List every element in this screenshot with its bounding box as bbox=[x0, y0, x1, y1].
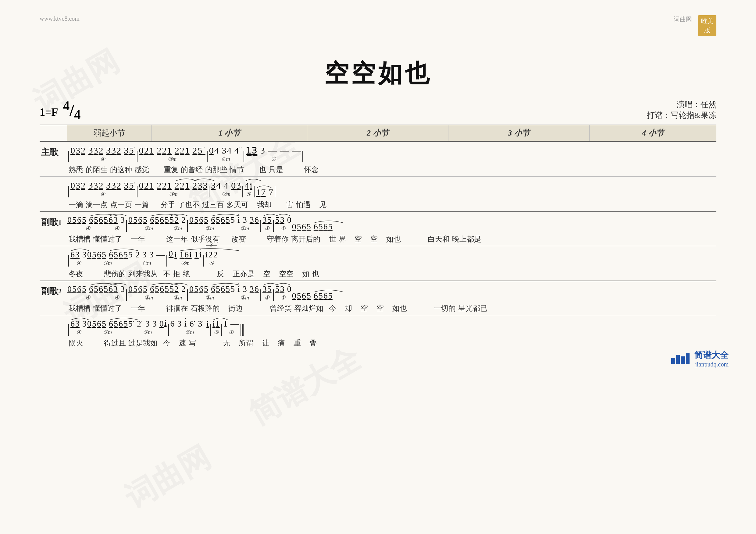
sg: 6 5 6 5 bbox=[109, 250, 128, 260]
n: 6 bbox=[211, 285, 215, 294]
rest-m4a: — bbox=[268, 145, 277, 155]
header-band: 弱起小节 1 小节 2 小节 3 小节 4 小节 bbox=[40, 125, 716, 141]
chorus2-row1-notes-cell: 0 5 6 5 6 5 6 bbox=[67, 281, 716, 302]
lbl-empty2 bbox=[40, 177, 67, 198]
n: 2 bbox=[157, 180, 161, 191]
n: 6 bbox=[314, 291, 318, 301]
lyric: 徘徊在 bbox=[166, 303, 188, 313]
hdr-m2: 2 小节 bbox=[307, 125, 448, 141]
n: 5 bbox=[194, 216, 199, 225]
n: 5 bbox=[307, 222, 311, 232]
n: 6 bbox=[89, 285, 93, 294]
lyric: 今 bbox=[329, 303, 336, 313]
cn: ⑤ bbox=[209, 260, 214, 267]
lyric: 多天可 bbox=[227, 200, 249, 210]
main-verse-row1-notes: 主歌 0 3 2 3 3 bbox=[40, 141, 716, 163]
sg: 6 5 6 5 bbox=[89, 285, 108, 294]
lbl-empty3 bbox=[40, 198, 67, 212]
logo-text-url: jianpudq.com bbox=[694, 361, 729, 368]
ng-c1r2c: 5 2 3 3 — ③m bbox=[128, 250, 165, 267]
n: 3 bbox=[106, 180, 111, 191]
chorus2-row1-lyrics: 我槽槽 懂懂过了 一年 徘徊在 石板路的 街边 曾经笑 容灿烂如 今 却 空 空… bbox=[40, 302, 716, 315]
n: 2 bbox=[99, 180, 103, 191]
ng-c2r1i: 0 5 6 5 6 5 6 bbox=[292, 291, 333, 301]
ng-c2r1b: 6 3 3 ④ bbox=[108, 284, 125, 301]
lyric: 绝 bbox=[183, 269, 190, 279]
lyric: 也 bbox=[312, 269, 319, 279]
performer: 演唱：任然 bbox=[647, 99, 716, 110]
lyrics-c1r2: 冬夜 悲伤的 到来我从 不 拒 绝 反 正亦是 空 空空 如 也 bbox=[67, 267, 716, 281]
note-group-m1: 0 3 2 3 3 2 3 3 2 bbox=[70, 145, 136, 162]
lyric: 星光都已 bbox=[458, 303, 487, 313]
n: 5 bbox=[204, 216, 208, 225]
note-2m2a: 2 bbox=[144, 145, 149, 155]
barline-6 bbox=[68, 186, 69, 197]
bl bbox=[68, 324, 69, 336]
lbl-empty6 bbox=[40, 267, 67, 281]
note-2m2d: 2 bbox=[175, 145, 179, 155]
n: 2 bbox=[213, 250, 217, 260]
n: 5 bbox=[230, 216, 235, 225]
lyric: 曾经笑 bbox=[270, 303, 292, 313]
key-time-sig: 1=F 4/4 bbox=[40, 99, 80, 121]
n: 0 bbox=[159, 319, 164, 329]
notes-m4: 1̲3̲ 3 — — — bbox=[245, 145, 301, 155]
bl bbox=[137, 186, 138, 197]
final-barline bbox=[240, 324, 244, 336]
n: 3 bbox=[142, 250, 147, 260]
lyric: 似乎没有 bbox=[191, 234, 220, 244]
cn: ④ bbox=[114, 225, 119, 232]
n: 6 bbox=[109, 285, 113, 294]
n: 3 bbox=[280, 216, 284, 225]
note-3a: 3 bbox=[76, 145, 80, 155]
main-title: 空空如也 bbox=[40, 57, 716, 90]
ng-r2m4b: 1 7 7 bbox=[256, 187, 274, 197]
cn: ④ bbox=[85, 225, 90, 232]
cn: ③m bbox=[169, 191, 178, 197]
note-4m3c: 4· bbox=[234, 145, 242, 155]
bar1 bbox=[671, 358, 675, 364]
sg: 6 3 bbox=[70, 250, 80, 260]
n: 5 bbox=[170, 285, 174, 294]
page-inner: www.ktvc8.com 词曲网 唯美 版 空空如也 1=F 4/4 bbox=[18, 6, 738, 374]
n: 5 bbox=[123, 250, 128, 260]
lyric: 重 bbox=[294, 338, 301, 348]
hdr-m4: 4 小节 bbox=[590, 125, 716, 141]
lyric: 得过且 bbox=[104, 338, 126, 348]
top-brand: www.ktvc8.com 词曲网 唯美 版 bbox=[40, 12, 716, 39]
n: 5 bbox=[155, 216, 159, 225]
slur-group-r2m2b: 2 3 3 bbox=[192, 180, 207, 191]
bl bbox=[187, 220, 188, 232]
bottom-logo-text: 简谱大全 jianpudq.com bbox=[694, 349, 729, 368]
n: 6 bbox=[199, 285, 203, 294]
n: 5· bbox=[129, 180, 135, 191]
ng-c2r2c: 5· 2· 3 3 0 i ③m bbox=[128, 318, 167, 336]
rest-m4c: — bbox=[292, 145, 301, 155]
n: 5 bbox=[328, 291, 333, 301]
n: 6 bbox=[70, 319, 75, 329]
score: 主歌 0 3 2 3 3 bbox=[40, 141, 716, 350]
chorus1-row2-notes: 6 3 3 ④ 0 5 6 bbox=[40, 246, 716, 267]
note-2a: 2 bbox=[81, 145, 85, 155]
bl bbox=[187, 290, 188, 301]
sg5: 6 5 6 5 bbox=[211, 216, 230, 225]
bl bbox=[260, 220, 261, 232]
ng-r2m4a: 4 i· ⑤ bbox=[244, 180, 253, 197]
n: 3 bbox=[262, 216, 267, 225]
bl bbox=[254, 186, 255, 197]
main-verse-label: 主歌 bbox=[40, 142, 67, 163]
ng-r2m3: 3 4 4 0 3 ②m bbox=[211, 180, 241, 197]
n: 0 bbox=[128, 285, 133, 294]
hdr-ruoqi: 弱起小节 bbox=[67, 125, 152, 141]
triplet: i 2 2 bbox=[205, 250, 218, 260]
n: 0 bbox=[231, 180, 236, 191]
n: 3 bbox=[121, 285, 125, 294]
n: 3 bbox=[76, 180, 80, 191]
ng-c2r1f: 5 i· 3 3 6 ②m bbox=[230, 284, 259, 301]
n: 5 bbox=[82, 216, 86, 225]
cn: ③m bbox=[103, 329, 112, 336]
n: 6 bbox=[109, 250, 113, 260]
barline-2 bbox=[137, 151, 138, 162]
lyric: 到来我从 bbox=[128, 269, 158, 279]
note-1m2a: 1 bbox=[149, 145, 154, 155]
